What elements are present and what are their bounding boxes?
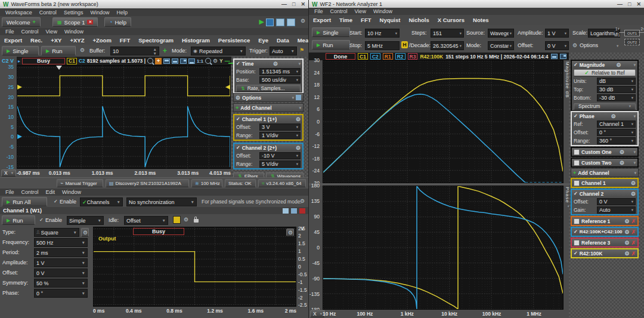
ch2-range-select[interactable]: 5 V/div▾ [259,160,301,168]
wg-color-swatch[interactable] [173,216,181,224]
check-icon[interactable]: ✓ [236,61,240,66]
phase-offset-select[interactable]: 0 °▾ [597,129,636,136]
add-cursor-icon[interactable]: + [155,58,162,64]
c2-offset-marker[interactable] [17,134,22,139]
gear-icon[interactable]: ⚙ [616,62,621,68]
na-stop-select[interactable]: 5 MHz [365,41,400,50]
c1-offset-marker[interactable] [17,85,22,89]
tab-help[interactable]: ◔ Help [104,17,131,27]
menu-item[interactable]: File [2,189,18,195]
delete-icon[interactable]: ✗ [631,240,636,246]
toolbar-item[interactable]: Persistence [214,37,254,44]
hold-badge[interactable]: H [401,41,408,48]
c1-offset-marker-right[interactable] [225,85,230,89]
wg-sync-select[interactable]: No synchronization▼ [126,197,197,206]
lock-icon[interactable] [194,219,199,223]
run-button[interactable]: ▶Run [41,46,76,55]
status-ok-button[interactable]: Status: OK [225,179,256,187]
toolbar-item[interactable]: X Cursors [434,17,469,23]
toolbar-item[interactable]: Notes [469,17,493,23]
ch1-gear-icon[interactable]: ⚙ [296,116,301,122]
na-options-gear-icon[interactable]: ⚙ [572,42,577,48]
toolbar-item[interactable]: Rec. [26,37,47,44]
single-button[interactable]: ▶Single [2,46,39,55]
c1-tab[interactable]: C1 [67,58,77,64]
align-right-icon[interactable] [180,58,187,64]
wg-amplitude-select[interactable]: 1 V▼ [34,258,88,267]
toolbar-item[interactable]: Data [273,37,293,44]
spectrum-button[interactable]: Spectrum▾ [574,103,636,110]
minimize-button[interactable]: — [617,1,623,7]
align-icon[interactable] [551,54,558,59]
close-button[interactable]: ✕ [636,1,641,7]
wg-frequency-select[interactable]: 500 Hz▼ [34,238,88,247]
popout-icon[interactable] [296,95,301,100]
tile-window-icon[interactable] [287,18,295,26]
float-icon[interactable] [283,208,289,214]
copy-window-icon[interactable] [276,18,284,26]
menu-item[interactable]: View [351,8,370,14]
toolbar-item[interactable]: Export [309,17,335,23]
na-options-label[interactable]: Options [580,42,598,48]
time-gear-icon[interactable]: ⚙ [273,61,278,67]
minimize-icon[interactable] [291,208,297,214]
menu-item[interactable]: Window [58,189,85,195]
device-button[interactable]: ▤Discovery2 SN:210321A1992A [106,179,189,187]
gear-icon[interactable]: ⚙ [624,251,629,257]
delete-icon[interactable]: ✗ [631,251,636,257]
run-all-icon[interactable]: ▶ [259,18,264,26]
menu-item[interactable]: Window [61,29,87,35]
na-mode-select[interactable]: Constant▾ [488,41,514,50]
na-decade-select[interactable]: 26.320545▾ [431,41,464,50]
bottom-select[interactable]: -30 dB▾ [597,94,636,101]
check-icon[interactable]: ✓ [574,229,578,234]
options-dropdown-icon[interactable]: ▾ [615,44,618,48]
clock-button[interactable]: ≋100 MHz [191,179,222,187]
toolbar-item[interactable]: FFT [116,37,134,44]
wg-gear-icon[interactable]: ⚙ [300,198,305,204]
align-top-icon[interactable] [163,58,170,64]
na-channel1-panel[interactable]: Channel 1⚙ [571,178,639,188]
gear-icon[interactable]: ⚙ [620,149,624,155]
wg-run-all-button[interactable]: ▶Run All [2,197,47,206]
checkbox-icon[interactable] [574,240,580,246]
c2-tab[interactable]: C2 [79,58,85,64]
tab-welcome[interactable]: Welcome+ [2,17,41,27]
mode-select[interactable]: ◉Repeated▼ [191,47,246,55]
stop-icon[interactable] [266,18,274,26]
na-tab-r1[interactable]: R1 [383,53,393,60]
gear-icon[interactable]: ⚙ [624,218,629,224]
add-channel-panel[interactable]: +Add Channel▾ [233,103,304,112]
gear-icon[interactable]: ⚙ [631,191,636,197]
tab-scope[interactable]: ▦ Scope 1 ✕ [52,17,98,27]
menu-item[interactable]: Control [18,29,42,35]
y-scale-toggle[interactable]: Y [219,58,223,64]
wg-phase-select[interactable]: 0 °▼ [34,289,88,298]
toolbar-item[interactable]: Export [0,37,26,44]
wg-ch1-run-button[interactable]: ▶Run [2,215,35,225]
checkbox-icon[interactable] [574,160,580,166]
units-select[interactable]: dB▾ [597,78,636,85]
version-button[interactable]: ≈v3.24.40 x86_64 [258,179,306,187]
na-amplitude-select[interactable]: 1 V▾ [545,29,569,38]
maximize-button[interactable]: □ [292,1,295,7]
check-icon[interactable]: ✓ [574,251,578,256]
close-tab-icon[interactable]: ✕ [87,20,93,24]
wg-offset-select[interactable]: 0 V▼ [34,268,88,277]
trace-r42-c42-panel[interactable]: ✓R42:100K+C42:100⚙✗ [571,227,639,237]
trace-r42-panel[interactable]: ✓R42:100K⚙✗ [571,248,639,258]
menu-item[interactable]: File [311,8,327,14]
na-start-select[interactable]: 10 Hz▾ [365,29,400,38]
gear-icon[interactable]: ⚙ [624,240,629,246]
gear-icon[interactable]: ⚙ [631,180,636,186]
delete-icon[interactable]: ✗ [631,229,636,235]
menu-item[interactable]: Control [327,8,351,14]
enable-check-icon[interactable]: ✓ [54,199,58,204]
na-ch2-offset-select[interactable]: 0 V▾ [597,198,636,205]
delete-icon[interactable]: ✗ [631,218,636,224]
trigger-position-marker[interactable] [56,66,62,70]
wg-idle-select[interactable]: Offset▼ [124,216,168,225]
na-source-select[interactable]: Wavegen▾ [488,29,514,38]
check-icon[interactable]: ✓ [236,145,240,150]
ch2-gear-icon[interactable]: ⚙ [296,145,301,151]
